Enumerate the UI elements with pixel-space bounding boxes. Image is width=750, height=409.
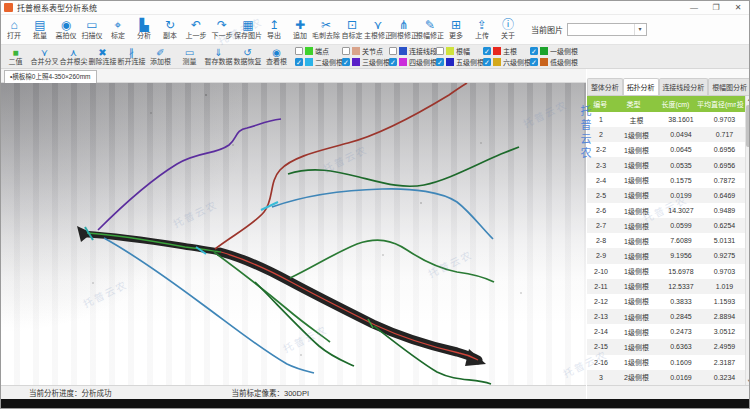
save-image-button[interactable]: ▦保存图片 xyxy=(235,15,261,44)
table-row[interactable]: 2-41级侧根0.15750.7872 xyxy=(587,173,745,188)
root-width-fix-button[interactable]: ✎根幅修正 xyxy=(417,15,443,44)
checkbox-checked-icon[interactable]: ✓ xyxy=(530,47,538,55)
main-root-fix-button[interactable]: ⋎主根修正 xyxy=(365,15,391,44)
layer-toggle-端点[interactable]: 端点 xyxy=(295,46,342,56)
close-button[interactable]: ✕ xyxy=(727,1,749,14)
layer-toggle-低级侧根[interactable]: ✓低级侧根 xyxy=(530,57,577,67)
table-cell: 0.7872 xyxy=(704,177,745,184)
break-link-button[interactable]: ∦断开连接 xyxy=(117,45,146,68)
deburr-button[interactable]: ✂毛刺去除 xyxy=(313,15,339,44)
batch-label: 批量 xyxy=(33,32,47,40)
image-icon: ▦ xyxy=(242,19,253,32)
batch-button[interactable]: ▤批量 xyxy=(27,15,53,44)
table-row[interactable]: 2-141级侧根0.24733.0512 xyxy=(587,324,745,339)
current-image-select[interactable]: ▾ xyxy=(567,23,647,36)
tab-连接线段分析[interactable]: 连接线段分析 xyxy=(659,78,709,95)
table-row[interactable]: 2-131级侧根0.28452.8894 xyxy=(587,309,745,324)
save-image-label: 保存图片 xyxy=(234,32,262,40)
maximize-button[interactable]: ❐ xyxy=(705,1,727,14)
tab-拓扑分析[interactable]: 拓扑分析 xyxy=(623,78,659,95)
binary-label: 二值 xyxy=(9,58,23,66)
append-button[interactable]: ✚追加 xyxy=(287,15,313,44)
checkbox-checked-icon[interactable]: ✓ xyxy=(483,58,491,66)
table-row[interactable]: 2-151级侧根0.63632.4959 xyxy=(587,339,745,354)
table-row[interactable]: 2-121级侧根0.38331.1593 xyxy=(587,294,745,309)
layer-toggle-三级侧根[interactable]: ✓三级侧根 xyxy=(342,57,389,67)
table-row[interactable]: 2-161级侧根0.16092.3187 xyxy=(587,355,745,370)
vertical-scrollbar[interactable]: ▲ ▼ xyxy=(745,96,750,385)
scroll-up-icon[interactable]: ▲ xyxy=(746,96,750,104)
image-canvas[interactable] xyxy=(1,83,586,385)
table-row[interactable]: 21级侧根0.04940.717 xyxy=(587,127,745,142)
more-button[interactable]: ⊞更多 xyxy=(443,15,469,44)
table-cell: 2-7 xyxy=(587,222,615,229)
layer-toggle-二级侧根[interactable]: ✓二级侧根 xyxy=(295,57,342,67)
layer-toggle-连接线段[interactable]: 连接线段 xyxy=(389,46,436,56)
upload-button[interactable]: ⇪上传 xyxy=(469,15,495,44)
layer-toggle-根幅[interactable]: 根幅 xyxy=(436,46,483,56)
table-row[interactable]: 1主根38.16010.9703 xyxy=(587,112,745,127)
checkbox-unchecked-icon[interactable] xyxy=(436,47,444,55)
scroll-down-icon[interactable]: ▼ xyxy=(746,377,750,385)
table-row[interactable]: 2-81级侧根7.60895.0131 xyxy=(587,233,745,248)
restore-data-button[interactable]: ↺数据恢复 xyxy=(233,45,262,68)
color-swatch xyxy=(399,47,407,55)
delete-link-button[interactable]: ✖删除连接 xyxy=(88,45,117,68)
layer-toggle-四级侧根[interactable]: ✓四级侧根 xyxy=(389,57,436,67)
doc-camera-button[interactable]: ◉高拍仪 xyxy=(53,15,79,44)
table-row[interactable]: 2-31级侧根0.05350.6956 xyxy=(587,157,745,172)
next-step-button[interactable]: ↷下一步 xyxy=(209,15,235,44)
checkbox-unchecked-icon[interactable] xyxy=(389,47,397,55)
table-cell: 3.0512 xyxy=(704,328,745,335)
minimize-button[interactable]: — xyxy=(683,1,705,14)
scanner-button[interactable]: ▭扫描仪 xyxy=(79,15,105,44)
chevron-down-icon[interactable]: ▾ xyxy=(634,24,645,35)
checkbox-checked-icon[interactable]: ✓ xyxy=(389,58,397,66)
vertical-scroll-thumb[interactable] xyxy=(746,105,750,147)
edit-pen-icon: ✎ xyxy=(425,19,435,32)
table-row[interactable]: 32级侧根0.01690.3234 xyxy=(587,370,745,385)
stash-data-button[interactable]: ⇓暂存数据 xyxy=(204,45,233,68)
table-row[interactable]: 2-51级侧根0.01990.6469 xyxy=(587,188,745,203)
table-row[interactable]: 2-71级侧根0.05990.6254 xyxy=(587,218,745,233)
prev-step-button[interactable]: ↶上一步 xyxy=(183,15,209,44)
merge-fork-button[interactable]: ⋎合并分叉 xyxy=(30,45,59,68)
checkbox-checked-icon[interactable]: ✓ xyxy=(483,47,491,55)
measure-button[interactable]: ▭测量 xyxy=(175,45,204,68)
image-tab[interactable]: •横板棉0上照4-350×260mm xyxy=(4,70,97,83)
self-calibrate-button[interactable]: ⊡自标定 xyxy=(339,15,365,44)
layer-toggle-六级侧根[interactable]: ✓六级侧根 xyxy=(483,57,530,67)
about-button[interactable]: ⓘ关于 xyxy=(495,15,521,44)
duplicate-button[interactable]: ↻副本 xyxy=(157,15,183,44)
layer-toggle-关节点[interactable]: 关节点 xyxy=(342,46,389,56)
checkbox-unchecked-icon[interactable] xyxy=(342,47,350,55)
table-row[interactable]: 2-91级侧根9.19560.9275 xyxy=(587,248,745,263)
column-header: 类型 xyxy=(613,99,653,109)
table-row[interactable]: 2-111级侧根12.53371.019 xyxy=(587,279,745,294)
layer-toggle-一级侧根[interactable]: ✓一级侧根 xyxy=(530,46,577,56)
layer-toggle-主根[interactable]: ✓主根 xyxy=(483,46,530,56)
open-button[interactable]: ⌂打开 xyxy=(1,15,27,44)
calibrate-button[interactable]: ⌖标定 xyxy=(105,15,131,44)
table-row[interactable]: 2-21级侧根0.06450.6956 xyxy=(587,142,745,157)
checkbox-checked-icon[interactable]: ✓ xyxy=(436,58,444,66)
checkbox-checked-icon[interactable]: ✓ xyxy=(530,58,538,66)
tab-整体分析[interactable]: 整体分析 xyxy=(587,78,623,95)
table-cell: 0.0169 xyxy=(658,374,704,381)
lateral-root-fix-button[interactable]: ⋔侧根修正 xyxy=(391,15,417,44)
merge-tip-button[interactable]: ⋏合并根尖 xyxy=(59,45,88,68)
table-row[interactable]: 2-61级侧根14.30270.9489 xyxy=(587,203,745,218)
binary-button[interactable]: ■二值 xyxy=(1,45,30,68)
layer-toggle-五级侧根[interactable]: ✓五级侧根 xyxy=(436,57,483,67)
tab-根幅图分析[interactable]: 根幅图分析 xyxy=(708,78,750,95)
add-root-button[interactable]: ✐添加根 xyxy=(146,45,175,68)
checkbox-checked-icon[interactable]: ✓ xyxy=(342,58,350,66)
export-button[interactable]: ↥导出 xyxy=(261,15,287,44)
view-root-label: 查看根 xyxy=(266,58,287,66)
color-swatch xyxy=(305,47,313,55)
view-root-button[interactable]: ◉查看根 xyxy=(262,45,291,68)
checkbox-unchecked-icon[interactable] xyxy=(295,47,303,55)
table-row[interactable]: 2-101级侧根15.69780.9703 xyxy=(587,264,745,279)
checkbox-checked-icon[interactable]: ✓ xyxy=(295,58,303,66)
analyze-button[interactable]: ▙分析 xyxy=(131,15,157,44)
